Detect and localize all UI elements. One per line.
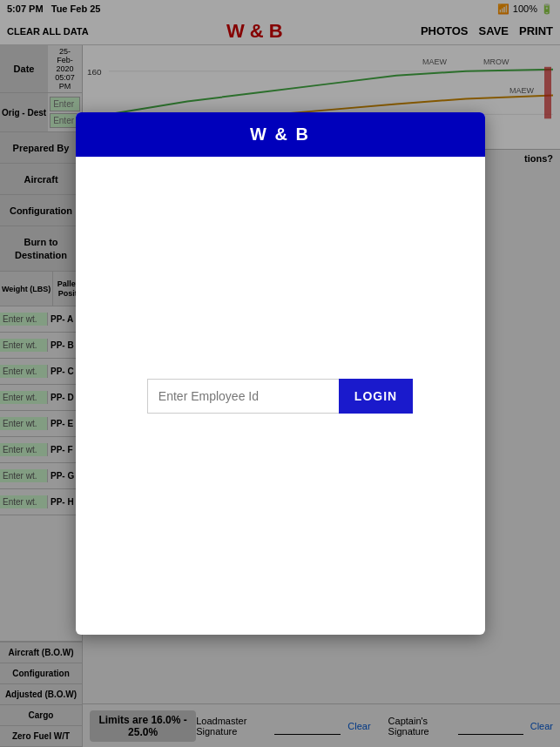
login-row: LOGIN [147,379,413,414]
modal-title: W & B [76,112,485,157]
employee-id-input[interactable] [147,379,339,414]
modal-body: LOGIN [76,157,485,635]
modal-overlay: W & B LOGIN [0,0,560,747]
modal-dialog: W & B LOGIN [76,112,485,635]
login-button[interactable]: LOGIN [339,379,413,414]
